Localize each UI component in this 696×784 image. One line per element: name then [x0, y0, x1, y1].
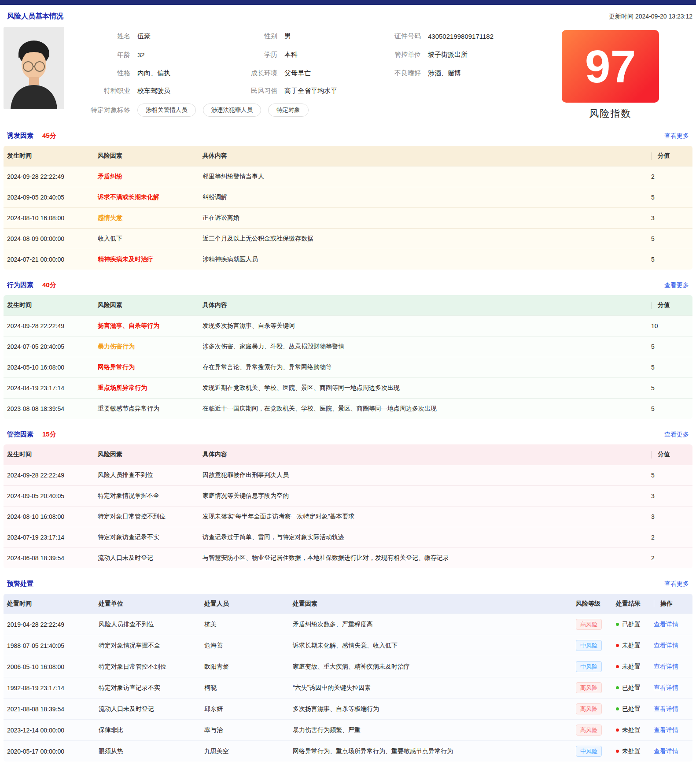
- field-label: 年龄: [75, 51, 130, 59]
- table-header: 发生时间 风险因素 具体内容 分值: [4, 146, 692, 166]
- cell-disposal-person: 九思美空: [201, 747, 289, 755]
- view-more-link[interactable]: 查看更多: [664, 132, 689, 140]
- cell-risk-factor: 网络异常行为: [94, 363, 199, 371]
- cell-disposal-unit: 保律非比: [95, 726, 201, 734]
- column-header-score: 分值: [644, 301, 692, 309]
- field-label: 证件号码: [379, 32, 421, 41]
- person-photo: [4, 27, 64, 109]
- table-row: 2024-07-21 00:00:00 精神疾病未及时治疗 涉精神疾病就医人员 …: [4, 249, 692, 270]
- table-row: 2020-05-17 00:00:00 眼须从热 九思美空 网络异常行为、重点场…: [4, 740, 692, 762]
- view-detail-link[interactable]: 查看详情: [654, 684, 678, 691]
- cell-time: 2024-07-21 00:00:00: [4, 256, 94, 263]
- table-row: 2021-08-08 18:39:54 流动人口未及时登记 邱东妍 多次扬言滋事…: [4, 698, 692, 719]
- cell-risk-factor: 特定对象访查记录不实: [94, 533, 199, 541]
- cell-content: 在临近十一国庆期间，在党政机关、学校、医院、景区、商圈等同一地点周边多次出现: [199, 405, 644, 413]
- status-dot-icon: [616, 665, 619, 668]
- cell-disposal-unit: 特定对象访查记录不实: [95, 684, 201, 692]
- section-warning-disposal: 预警处置 查看更多 处置时间 处置单位 处置人员 处置因素 风险等级 处置结果 …: [4, 580, 692, 762]
- table-row: 2024-09-28 22:22:49 扬言滋事、自杀等行为 发现多次扬言滋事、…: [4, 315, 692, 336]
- cell-action: 查看详情: [650, 747, 692, 755]
- section-score: 15分: [42, 430, 56, 439]
- status-text: 未处置: [622, 747, 641, 755]
- cell-content: 涉多次伤害、家庭暴力、斗殴、故意损毁财物等警情: [199, 343, 644, 351]
- cell-risk-factor: 暴力伤害行为: [94, 343, 199, 351]
- field-value: 校车驾驶员: [137, 87, 170, 95]
- cell-disposal-factor: 网络异常行为、重点场所异常行为、重要敏感节点异常行为: [289, 747, 572, 755]
- column-header-factor: 风险因素: [94, 301, 199, 309]
- view-more-link[interactable]: 查看更多: [664, 431, 689, 439]
- cell-disposal-time: 2019-04-28 22:22:49: [4, 621, 95, 628]
- view-more-link[interactable]: 查看更多: [664, 580, 689, 588]
- column-header-risk-level: 风险等级: [572, 600, 612, 608]
- cell-time: 2024-08-09 00:00:00: [4, 235, 94, 242]
- cell-score: 2: [644, 173, 692, 180]
- status-text: 未处置: [622, 726, 641, 734]
- cell-content: 纠纷调解: [199, 193, 644, 201]
- field-value: 父母早亡: [284, 69, 311, 78]
- cell-time: 2024-06-08 18:39:54: [4, 555, 94, 562]
- view-detail-link[interactable]: 查看详情: [654, 621, 678, 628]
- table-row: 2006-05-10 16:08:00 特定对象日常管控不到位 欧阳青馨 家庭变…: [4, 656, 692, 677]
- view-more-link[interactable]: 查看更多: [664, 281, 689, 289]
- cell-risk-level: 高风险: [572, 703, 612, 715]
- cell-disposal-person: 柯晓: [201, 684, 289, 692]
- special-object-tag: 涉相关警情人员: [137, 104, 196, 117]
- field-name: 姓名 伍豪: [75, 32, 233, 41]
- cell-disposal-person: 危海善: [201, 642, 289, 650]
- table-row: 2024-09-05 20:40:05 诉求不满或长期未化解 纠纷调解 5: [4, 187, 692, 207]
- cell-time: 2024-09-28 22:22:49: [4, 173, 94, 180]
- handle-status: 未处置: [616, 747, 641, 755]
- status-text: 已处置: [622, 621, 641, 629]
- cell-risk-level: 高风险: [572, 725, 612, 736]
- cell-content: 正在诉讼离婚: [199, 214, 644, 222]
- field-value: 男: [284, 32, 291, 41]
- cell-result: 已处置: [612, 684, 650, 692]
- field-label: 性别: [233, 32, 277, 41]
- cell-result: 未处置: [612, 726, 650, 734]
- table-row: 2024-07-19 23:17:14 特定对象访查记录不实 访查记录过于简单、…: [4, 527, 692, 547]
- handle-status: 已处置: [616, 621, 641, 629]
- risk-index-block: 97 风险指数: [562, 27, 659, 120]
- column-header-disposal-time: 处置时间: [4, 600, 95, 608]
- cell-time: 2023-08-08 18:39:54: [4, 405, 94, 412]
- special-object-tag: 涉违法犯罪人员: [203, 104, 261, 117]
- field-label: 姓名: [75, 32, 130, 41]
- section-score: 45分: [42, 132, 56, 140]
- cell-disposal-time: 2006-05-10 16:08:00: [4, 663, 95, 670]
- cell-disposal-time: 2023-12-14 00:00:00: [4, 727, 95, 734]
- table-header: 发生时间 风险因素 具体内容 分值: [4, 444, 692, 465]
- cell-content: 邻里等纠纷警情当事人: [199, 173, 644, 181]
- cell-risk-factor: 重点场所异常行为: [94, 384, 199, 392]
- cell-score: 5: [644, 256, 692, 263]
- view-detail-link[interactable]: 查看详情: [654, 705, 678, 712]
- field-label: 民风习俗: [233, 87, 277, 95]
- status-text: 未处置: [622, 663, 641, 671]
- table-row: 2024-06-08 18:39:54 流动人口未及时登记 与智慧安防小区、物业…: [4, 547, 692, 568]
- update-time-label: 更新时间: [609, 13, 633, 20]
- cell-disposal-factor: “六失”诱因中的关键失控因素: [289, 684, 572, 692]
- cell-score: 3: [644, 513, 692, 520]
- risk-level-badge: 高风险: [576, 703, 602, 715]
- field-local-customs: 民风习俗 高于全省平均水平: [233, 87, 379, 95]
- view-detail-link[interactable]: 查看详情: [654, 747, 678, 754]
- cell-risk-level: 高风险: [572, 619, 612, 630]
- cell-time: 2024-08-10 16:08:00: [4, 214, 94, 222]
- update-time: 更新时间 2024-09-20 13:23:12: [609, 13, 692, 21]
- view-detail-link[interactable]: 查看详情: [654, 726, 678, 733]
- risk-level-badge: 高风险: [576, 619, 602, 630]
- field-upbringing: 成长环境 父母早亡: [233, 69, 379, 78]
- field-value: 坡子街派出所: [428, 51, 468, 59]
- top-accent-bar: [0, 0, 696, 5]
- field-education: 学历 本科: [233, 51, 379, 59]
- cell-disposal-time: 2020-05-17 00:00:00: [4, 748, 95, 755]
- cell-time: 2024-04-19 23:17:14: [4, 385, 94, 392]
- cell-content: 涉精神疾病就医人员: [199, 255, 644, 263]
- person-photo-illustration: [4, 27, 64, 109]
- field-value: 涉酒、赌博: [428, 69, 461, 78]
- section-header: 行为因素 40分 查看更多: [4, 281, 692, 289]
- risk-score-label: 风险指数: [562, 107, 659, 120]
- section-title: 行为因素: [7, 281, 33, 289]
- view-detail-link[interactable]: 查看详情: [654, 642, 678, 649]
- profile-block: 姓名 伍豪 性别 男 证件号码 430502199809171182 年龄 32: [4, 27, 692, 120]
- view-detail-link[interactable]: 查看详情: [654, 663, 678, 670]
